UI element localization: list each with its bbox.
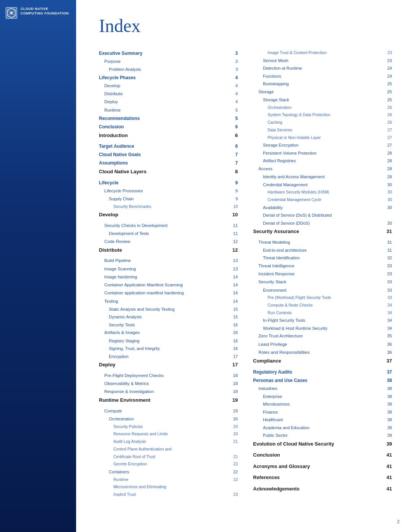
toc-item[interactable]: Zero Trust Architecture35 <box>253 333 392 339</box>
toc-item[interactable]: Compute19 <box>99 408 238 414</box>
toc-item[interactable]: Build Pipeline13 <box>99 257 238 264</box>
toc-item[interactable]: Code Review12 <box>99 238 238 245</box>
toc-item[interactable]: Container application manifest hardening… <box>99 290 238 296</box>
toc-item[interactable]: Observability & Metrics18 <box>99 380 238 387</box>
toc-item[interactable]: Functions24 <box>253 73 392 80</box>
toc-item[interactable]: Detection at Runtime24 <box>253 65 392 72</box>
toc-item[interactable]: Industries38 <box>253 385 392 392</box>
toc-item[interactable]: Microservices and Eliminating <box>99 484 238 490</box>
toc-item[interactable]: Least Privilege36 <box>253 341 392 348</box>
toc-item[interactable]: Data Services27 <box>253 127 392 133</box>
toc-item[interactable]: Problem Analysis3 <box>99 66 238 73</box>
toc-item[interactable]: Containers22 <box>99 469 238 475</box>
toc-item[interactable]: Threat Modeling31 <box>253 239 392 246</box>
toc-item[interactable]: Identity and Access Management28 <box>253 174 392 180</box>
toc-item[interactable]: Security Stack33 <box>253 279 392 285</box>
toc-item[interactable]: Image Trust & Content Protection23 <box>253 50 392 56</box>
toc-item[interactable]: Threat Intelligence33 <box>253 263 392 269</box>
toc-item[interactable]: In-Flight Security Tools34 <box>253 317 392 324</box>
toc-item[interactable]: Workload & Host Runtime Security34 <box>253 325 392 332</box>
toc-item[interactable]: Credential Management Cycle30 <box>253 197 392 203</box>
toc-item[interactable]: Testing14 <box>99 298 238 305</box>
toc-item[interactable]: Regulatory Audits37 <box>253 369 392 375</box>
toc-item[interactable]: Cloud Native Layers8 <box>99 168 238 176</box>
toc-item[interactable]: Compliance37 <box>253 357 392 365</box>
toc-item[interactable]: Assumptions7 <box>99 160 238 166</box>
toc-item[interactable]: Access28 <box>253 166 392 172</box>
toc-item[interactable]: Roles and Responsibilities36 <box>253 349 392 356</box>
toc-item[interactable]: Evolution of Cloud Native Security39 <box>253 440 392 448</box>
toc-item[interactable]: Finance38 <box>253 409 392 415</box>
toc-item[interactable]: System Topology & Data Protection26 <box>253 112 392 118</box>
toc-item[interactable]: Lifecycle Processes9 <box>99 188 238 194</box>
toc-item[interactable]: Development of Tests11 <box>99 230 238 237</box>
toc-item[interactable]: Conclusion41 <box>253 451 392 459</box>
toc-item[interactable]: Storage Encryption27 <box>253 142 392 149</box>
toc-item[interactable]: Healthcare38 <box>253 417 392 423</box>
toc-item[interactable]: Distribute4 <box>99 91 238 97</box>
toc-item[interactable]: Lifecycle Phases4 <box>99 74 238 81</box>
toc-item[interactable]: Persistent Volume Protection28 <box>253 150 392 157</box>
toc-item[interactable]: Executive Summary3 <box>99 50 238 57</box>
toc-item[interactable]: Image Scanning13 <box>99 266 238 272</box>
toc-item[interactable]: Denial of Service (DoS) & Distributed <box>253 212 392 219</box>
toc-item[interactable]: Pre-Flight Deployment Checks18 <box>99 372 238 379</box>
toc-item[interactable]: Deploy4 <box>99 99 238 105</box>
toc-item[interactable]: Runtime22 <box>99 477 238 483</box>
toc-item[interactable]: Acronyms and Glossary41 <box>253 463 392 470</box>
toc-item[interactable]: References41 <box>253 474 392 481</box>
toc-item[interactable]: Enterprise38 <box>253 393 392 400</box>
toc-item[interactable]: Implicit Trust23 <box>99 492 238 498</box>
toc-item[interactable]: Public Sector39 <box>253 432 392 439</box>
toc-item[interactable]: Purpose3 <box>99 58 238 65</box>
toc-item[interactable]: Pre (Workload) Flight Security Tools33 <box>253 295 392 301</box>
toc-item[interactable]: Container Application Manifest Scanning1… <box>99 282 238 288</box>
toc-item[interactable]: Security Assurance31 <box>253 228 392 235</box>
toc-item[interactable]: Conclusion6 <box>99 123 238 130</box>
toc-item[interactable]: Distribute12 <box>99 246 238 254</box>
toc-item[interactable]: Resource Requests and Limits20 <box>99 431 238 437</box>
toc-item[interactable]: Physical or Non-Volatile Layer27 <box>253 135 392 141</box>
toc-item[interactable]: Encryption17 <box>99 353 238 360</box>
toc-item[interactable]: Academia and Education39 <box>253 425 392 431</box>
toc-item[interactable]: Image hardening14 <box>99 274 238 280</box>
toc-item[interactable]: Personas and Use Cases38 <box>253 377 392 384</box>
toc-item[interactable]: Develop4 <box>99 83 238 89</box>
toc-item[interactable]: Run Contexts34 <box>253 310 392 316</box>
toc-item[interactable]: Microbusiness38 <box>253 401 392 407</box>
toc-item[interactable]: Cloud Native Goals7 <box>99 151 238 158</box>
toc-item[interactable]: Registry Staging16 <box>99 338 238 344</box>
toc-item[interactable]: Runtime Environment19 <box>99 396 238 404</box>
toc-item[interactable]: Static Analysis and Security Testing15 <box>99 306 238 313</box>
toc-item[interactable]: Security Policies20 <box>99 424 238 430</box>
toc-item[interactable]: Security Tests16 <box>99 322 238 328</box>
toc-item[interactable]: Runtime5 <box>99 107 238 113</box>
toc-item[interactable]: Storage Stack25 <box>253 97 392 103</box>
toc-item[interactable]: Deploy17 <box>99 361 238 369</box>
toc-item[interactable]: Service Mesh23 <box>253 58 392 64</box>
toc-item[interactable]: End-to-end architecture31 <box>253 247 392 254</box>
toc-item[interactable]: Storage25 <box>253 89 392 95</box>
toc-item[interactable]: Orchestration26 <box>253 105 392 111</box>
toc-item[interactable]: Certificate Root of Trust21 <box>99 454 238 460</box>
toc-item[interactable]: Signing, Trust, and Integrity16 <box>99 345 238 352</box>
toc-item[interactable]: Bootstrapping25 <box>253 81 392 87</box>
toc-item[interactable]: Caching26 <box>253 120 392 126</box>
toc-item[interactable]: Supply Chain9 <box>99 196 238 202</box>
toc-item[interactable]: Artifacts & Images16 <box>99 329 238 336</box>
toc-item[interactable]: Response & Investigation18 <box>99 388 238 395</box>
toc-item[interactable]: Security Checks in Development11 <box>99 222 238 229</box>
toc-item[interactable]: Availability30 <box>253 204 392 211</box>
toc-item[interactable]: Secrets Encryption22 <box>99 461 238 467</box>
toc-item[interactable]: Credential Management30 <box>253 182 392 188</box>
toc-item[interactable]: Hardware Security Modules (HSM)30 <box>253 189 392 195</box>
toc-item[interactable]: Artifact Registries28 <box>253 158 392 164</box>
toc-item[interactable]: Control Plane Authentication and <box>99 446 238 452</box>
toc-item[interactable]: Dynamic Analysis15 <box>99 314 238 320</box>
toc-item[interactable]: Target Audience6 <box>99 143 238 150</box>
toc-item[interactable]: Security Benchmarks10 <box>99 204 238 210</box>
toc-item[interactable]: Environment33 <box>253 287 392 294</box>
toc-item[interactable]: Incident Response33 <box>253 271 392 277</box>
toc-item[interactable]: Recommendations5 <box>99 115 238 122</box>
toc-item[interactable]: Develop10 <box>99 211 238 219</box>
